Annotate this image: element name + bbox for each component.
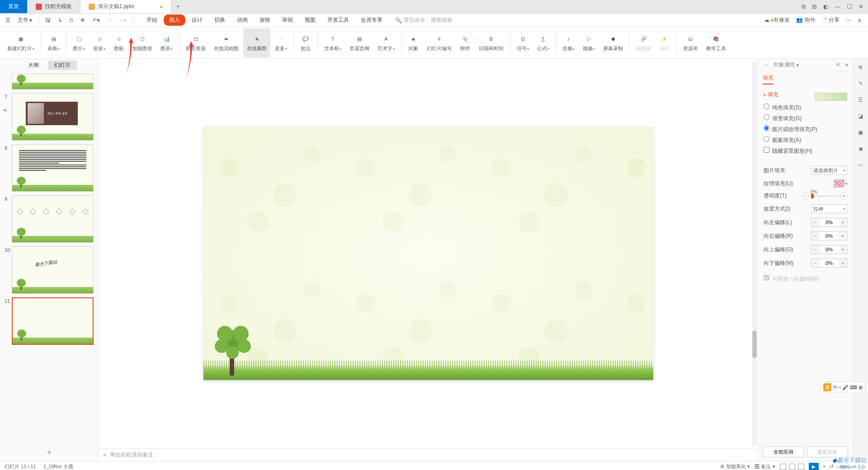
apps-icon[interactable]: ⊞ <box>812 3 817 10</box>
rotate-checkbox[interactable]: 与形状一起旋转(W) <box>764 276 819 282</box>
collapse-sidebar-icon[interactable]: ≪ <box>3 108 7 113</box>
ribbon-视频[interactable]: ▷视频 <box>579 28 599 57</box>
ribbon-艺术字[interactable]: A艺术字 <box>374 28 398 57</box>
spin-down[interactable]: − <box>811 259 820 267</box>
slide-thumb-10[interactable]: 极光下载站 <box>12 246 94 294</box>
command-search[interactable]: 🔍 查找命令、搜索模板 <box>395 16 453 24</box>
side-tab-slides[interactable]: 幻灯片 <box>48 61 77 70</box>
menu-tab-slideshow[interactable]: 放映 <box>254 14 276 26</box>
thumbnail-list[interactable]: 7相江工作室 金河 8 9 10极光下载站 11 <box>0 72 98 443</box>
spin-up[interactable]: ＋ <box>839 245 847 254</box>
menu-file[interactable]: 文件▾ <box>15 15 35 25</box>
side-tab-outline[interactable]: 大纲 <box>22 61 45 70</box>
ribbon-日期和时间[interactable]: 🗓日期和时间 <box>475 28 507 57</box>
add-slide-button[interactable]: ＋ <box>0 443 98 461</box>
opacity-slider[interactable]: 0% <box>811 196 838 197</box>
slide-thumb-11[interactable] <box>12 297 94 345</box>
ime-keyboard-icon[interactable]: ⌨ <box>850 385 857 390</box>
unsaved-indicator[interactable]: ☁ 有修改 <box>764 16 790 24</box>
fill-radio-3[interactable]: 图案填充(A) <box>764 135 847 146</box>
slide-thumb-9[interactable] <box>12 195 94 243</box>
fill-radio-0[interactable]: 纯色填充(S) <box>764 102 847 113</box>
add-tab-button[interactable]: ＋ <box>171 0 185 13</box>
ime-badge[interactable]: S 中 • 🎤 ⌨ ⊞ <box>821 381 865 393</box>
rail-slider-icon[interactable]: ☰ <box>857 96 865 104</box>
ribbon-音频[interactable]: ♪音频 <box>559 28 578 57</box>
spin-down[interactable]: − <box>811 245 820 254</box>
menu-tab-design[interactable]: 设计 <box>186 14 208 26</box>
menu-tab-start[interactable]: 开始 <box>141 14 163 26</box>
fill-preview-swatch[interactable] <box>815 93 847 101</box>
ribbon-稻壳资源[interactable]: 🗀稻壳资源 <box>182 28 209 57</box>
layout-icon[interactable]: ⧉ <box>802 3 806 10</box>
ribbon-超链接[interactable]: 🔗超链接 <box>632 28 655 57</box>
menu-tab-insert[interactable]: 插入 <box>164 14 185 26</box>
menu-tab-member[interactable]: 会员专享 <box>355 14 388 26</box>
view-reading-icon[interactable] <box>798 464 804 470</box>
ribbon-文本框[interactable]: T文本框 <box>321 28 345 57</box>
fill-radio-2[interactable]: 图片或纹理填充(P) <box>764 124 847 135</box>
tab-document[interactable]: 演示文稿1.pptx ● <box>80 0 171 13</box>
tab-templates[interactable]: 找稻壳模板 <box>28 0 80 13</box>
panel-dropdown-icon[interactable]: ▾ <box>796 62 799 68</box>
apply-all-button[interactable]: 全部应用 <box>763 446 804 457</box>
ribbon-批注[interactable]: 💬批注 <box>297 28 315 57</box>
spin-up[interactable]: ＋ <box>839 259 847 267</box>
pic-fill-dropdown[interactable]: 请选择图片 <box>811 166 847 175</box>
panel-collapse-icon[interactable]: ‹ <box>765 62 767 68</box>
ribbon-新建幻灯片[interactable]: ▦新建幻灯片 <box>4 28 38 57</box>
menu-tab-review[interactable]: 审阅 <box>277 14 298 26</box>
qat-export[interactable]: ↳ <box>55 16 65 25</box>
play-button[interactable]: ▶ <box>809 463 819 470</box>
ribbon-collapse[interactable]: ∧ <box>858 17 862 24</box>
maximize-button[interactable]: ☐ <box>847 3 852 10</box>
spin-up[interactable]: ＋ <box>839 218 847 226</box>
ribbon-在线脑图[interactable]: ⬉在线脑图 <box>243 28 270 57</box>
rail-style-icon[interactable]: ✎ <box>857 80 865 88</box>
reset-bg-button[interactable]: 重置背景 <box>807 446 849 457</box>
ime-mic-icon[interactable]: 🎤 <box>842 385 849 390</box>
share-button[interactable]: ↗ 分享 <box>822 16 840 24</box>
qat-save[interactable]: 🖫 <box>42 16 53 25</box>
menu-tab-dev[interactable]: 开发工具 <box>322 14 354 26</box>
ribbon-符号[interactable]: Ω符号 <box>513 28 533 57</box>
opacity-minus[interactable]: − <box>802 193 809 200</box>
panel-pin-icon[interactable]: ⇱ <box>836 62 841 68</box>
view-sorter-icon[interactable] <box>789 464 795 470</box>
ribbon-动作[interactable]: ⚡动作 <box>656 28 674 57</box>
rail-security-icon[interactable]: ◉ <box>857 145 865 153</box>
ribbon-图表[interactable]: 📊图表 <box>157 28 176 57</box>
menu-more[interactable]: ⋯ <box>846 17 851 24</box>
slide-thumb-8[interactable] <box>12 144 94 192</box>
ribbon-页眉页脚[interactable]: ▤页眉页脚 <box>346 28 373 57</box>
qat-preview[interactable]: 👁 <box>77 16 88 25</box>
spin-up[interactable]: ＋ <box>839 232 847 240</box>
texture-swatch[interactable] <box>834 179 844 188</box>
panel-tab-fill[interactable]: 填充 <box>763 74 774 85</box>
canvas-scroll[interactable] <box>99 59 758 448</box>
vertical-scrollbar[interactable] <box>752 61 757 446</box>
ribbon-教学工具[interactable]: 📚教学工具 <box>703 28 730 57</box>
slide-thumb-7[interactable]: 相江工作室 金河 <box>12 93 94 141</box>
fill-radio-1[interactable]: 渐变填充(G) <box>764 113 847 124</box>
place-dropdown[interactable]: 拉伸 <box>811 204 847 213</box>
offset-spinner-3[interactable]: −＋ <box>811 258 847 268</box>
close-button[interactable]: ✕ <box>859 3 863 10</box>
menu-tab-animation[interactable]: 动画 <box>231 14 253 26</box>
offset-spinner-1[interactable]: −＋ <box>811 231 847 240</box>
ribbon-资源夹[interactable]: 🗂资源夹 <box>679 28 702 57</box>
slide-canvas[interactable] <box>203 127 653 380</box>
spin-down[interactable]: − <box>811 232 820 240</box>
ribbon-表格[interactable]: ▤表格 <box>44 28 63 57</box>
ribbon-在线流程图[interactable]: ⬌在线流程图 <box>210 28 242 57</box>
spin-value[interactable] <box>820 247 839 252</box>
qat-cut[interactable]: ✂▾ <box>116 16 129 25</box>
spin-value[interactable] <box>820 260 839 266</box>
section-fill-title[interactable]: 填充 <box>764 91 778 99</box>
rail-settings-icon[interactable]: ⚙ <box>857 63 865 71</box>
qat-undo[interactable]: ↶▾ <box>90 16 103 25</box>
rail-search-icon[interactable]: ◪ <box>857 112 865 120</box>
status-notes[interactable]: ☰ 备注 ▾ <box>755 463 775 470</box>
slide-thumb-6[interactable] <box>12 74 94 89</box>
offset-spinner-2[interactable]: −＋ <box>811 245 847 254</box>
